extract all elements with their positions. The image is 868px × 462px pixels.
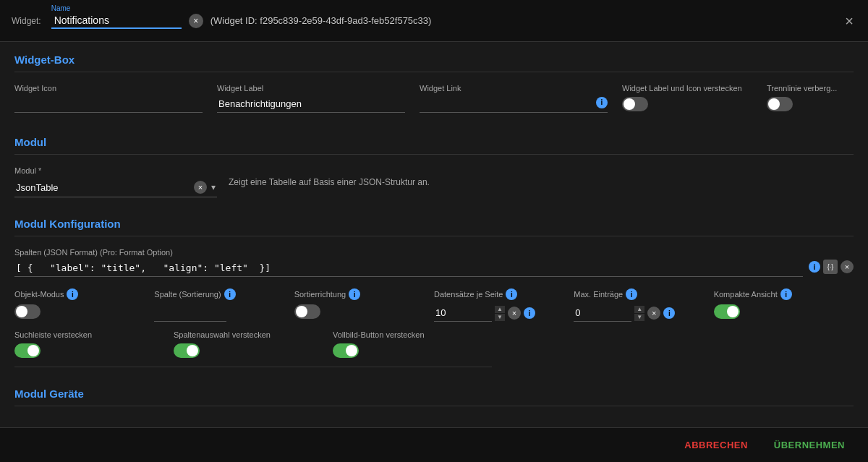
trennlinie-toggle-wrapper bbox=[767, 97, 854, 111]
sortierrichtung-toggle[interactable] bbox=[294, 304, 320, 319]
datensaetze-clear-icon[interactable]: × bbox=[508, 307, 521, 320]
modul-select-inner[interactable]: JsonTable × ▾ bbox=[14, 178, 217, 197]
max-eintraege-value: ▲ ▼ × i bbox=[574, 304, 707, 322]
widget-id-text: (Widget ID: f295c839-2e59-43df-9ad3-feb5… bbox=[210, 15, 835, 26]
objekt-modus-label: Objekt-Modus bbox=[14, 290, 64, 299]
max-eintraege-spinner: ▲ ▼ bbox=[634, 306, 644, 321]
widget-link-field: Widget Link i bbox=[420, 84, 608, 113]
widget-box-section-title: Widget-Box bbox=[14, 42, 854, 72]
datensaetze-input[interactable] bbox=[434, 304, 492, 322]
widget-label-label: Widget Label bbox=[217, 84, 405, 93]
vollbild-toggle[interactable] bbox=[333, 343, 359, 358]
kompakte-ansicht-toggle[interactable] bbox=[714, 304, 740, 319]
suchleiste-label: Suchleiste verstecken bbox=[14, 330, 168, 339]
modul-geraete-section-title: Modul Geräte bbox=[14, 376, 854, 406]
name-hint-label: Name bbox=[51, 4, 71, 12]
objekt-modus-info-icon[interactable]: i bbox=[67, 288, 78, 300]
widget-label-input[interactable] bbox=[217, 95, 405, 113]
widget-name-group: Name bbox=[51, 13, 182, 29]
spalte-sortierung-option: Spalte (Sortierung) i bbox=[154, 288, 294, 322]
widget-label-icon-label: Widget Label und Icon verstecken bbox=[622, 84, 752, 93]
max-eintraege-spin-down[interactable]: ▼ bbox=[634, 314, 644, 321]
sortierrichtung-option: Sortierrichtung i bbox=[294, 288, 434, 322]
modul-row: Modul * JsonTable × ▾ Zeigt eine Tabelle… bbox=[14, 166, 854, 197]
spalten-label: Spalten (JSON Format) (Pro: Format Optio… bbox=[14, 248, 854, 257]
widget-icon-field: Widget Icon bbox=[14, 84, 203, 113]
max-eintraege-label: Max. Einträge bbox=[574, 290, 623, 299]
trennlinie-label: Trennlinie verberg... bbox=[767, 84, 854, 93]
widget-name-clear-button[interactable]: × bbox=[189, 14, 203, 28]
cancel-button[interactable]: ABBRECHEN bbox=[676, 434, 757, 456]
widget-icon-label: Widget Icon bbox=[14, 84, 203, 93]
sortierrichtung-value bbox=[294, 304, 428, 319]
max-eintraege-clear-icon[interactable]: × bbox=[647, 307, 660, 320]
main-content: Widget-Box Widget Icon Widget Label Widg… bbox=[0, 42, 868, 427]
modul-description: Zeigt eine Tabelle auf Basis einer JSON-… bbox=[229, 177, 854, 187]
spalten-config-section: Spalten (JSON Format) (Pro: Format Optio… bbox=[14, 248, 854, 277]
objekt-modus-label-row: Objekt-Modus i bbox=[14, 288, 148, 300]
spalten-textarea[interactable]: [ { "label": "title", "align": "left" }] bbox=[14, 260, 803, 277]
toggle-options-row: Suchleiste verstecken Spaltenauswahl ver… bbox=[14, 330, 854, 367]
trennlinie-toggle-container: Trennlinie verberg... bbox=[767, 84, 854, 111]
modul-select-value: JsonTable bbox=[16, 182, 190, 193]
datensaetze-option: Datensätze je Seite i ▲ ▼ × i bbox=[434, 288, 574, 322]
max-eintraege-info2-icon[interactable]: i bbox=[663, 307, 675, 319]
modul-konfiguration-section-title: Modul Konfiguration bbox=[14, 206, 854, 236]
max-eintraege-spin-up[interactable]: ▲ bbox=[634, 306, 644, 313]
suchleiste-toggle[interactable] bbox=[14, 343, 41, 358]
max-eintraege-input[interactable] bbox=[574, 304, 631, 322]
objekt-modus-value bbox=[14, 304, 148, 319]
datensaetze-spin-up[interactable]: ▲ bbox=[495, 306, 505, 313]
datensaetze-spin-down[interactable]: ▼ bbox=[495, 314, 505, 321]
spalte-sortierung-input[interactable] bbox=[154, 304, 226, 322]
sortierrichtung-label: Sortierrichtung bbox=[294, 290, 346, 299]
spalten-textarea-row: [ { "label": "title", "align": "left" }]… bbox=[14, 260, 854, 277]
spalte-sortierung-info-icon[interactable]: i bbox=[224, 288, 236, 300]
kompakte-ansicht-info-icon[interactable]: i bbox=[780, 288, 792, 300]
modul-section-title: Modul bbox=[14, 124, 854, 155]
close-button[interactable]: × bbox=[842, 11, 856, 31]
max-eintraege-info-icon[interactable]: i bbox=[626, 288, 637, 300]
spalte-sortierung-label: Spalte (Sortierung) bbox=[154, 290, 221, 299]
datensaetze-label-row: Datensätze je Seite i bbox=[434, 288, 568, 300]
spalten-info-icon[interactable]: i bbox=[809, 261, 820, 273]
spaltenauswahl-toggle[interactable] bbox=[174, 343, 200, 358]
trennlinie-toggle[interactable] bbox=[767, 97, 793, 111]
modul-field-label: Modul * bbox=[14, 166, 217, 175]
spaltenauswahl-option: Spaltenauswahl verstecken bbox=[174, 330, 333, 367]
datensaetze-info2-icon[interactable]: i bbox=[524, 307, 535, 319]
widget-label-field: Widget Label bbox=[217, 84, 405, 113]
widget-name-input[interactable] bbox=[51, 13, 182, 29]
widget-label-icon-toggle-container: Widget Label und Icon verstecken bbox=[622, 84, 752, 111]
modul-select: JsonTable × ▾ bbox=[14, 178, 217, 197]
sortierrichtung-label-row: Sortierrichtung i bbox=[294, 288, 428, 300]
objekt-modus-toggle[interactable] bbox=[14, 304, 41, 319]
spalten-clear-icon[interactable]: × bbox=[841, 260, 854, 273]
modul-dropdown-arrow-icon[interactable]: ▾ bbox=[211, 182, 216, 192]
widget-label-icon-toggle[interactable] bbox=[622, 97, 648, 111]
max-eintraege-label-row: Max. Einträge i bbox=[574, 288, 707, 300]
datensaetze-info-icon[interactable]: i bbox=[506, 288, 517, 300]
widget-box-form-row: Widget Icon Widget Label Widget Link i W… bbox=[14, 84, 854, 113]
spaltenauswahl-label: Spaltenauswahl verstecken bbox=[174, 330, 327, 339]
objekt-modus-option: Objekt-Modus i bbox=[14, 288, 154, 322]
kompakte-ansicht-label: Kompakte Ansicht bbox=[714, 290, 778, 299]
widget-link-input[interactable] bbox=[420, 95, 592, 109]
vollbild-label: Vollbild-Button verstecken bbox=[333, 330, 486, 339]
config-options-row: Objekt-Modus i Spalte (Sortierung) i bbox=[14, 288, 854, 322]
suchleiste-option: Suchleiste verstecken bbox=[14, 330, 174, 367]
widget-icon-input[interactable] bbox=[14, 95, 203, 113]
widget-label-icon-toggle-wrapper bbox=[622, 97, 752, 111]
spalte-sortierung-value bbox=[154, 304, 288, 322]
accept-button[interactable]: ÜBERNEHMEN bbox=[765, 434, 854, 456]
widget-link-info-icon[interactable]: i bbox=[596, 97, 608, 108]
sortierrichtung-info-icon[interactable]: i bbox=[349, 288, 360, 300]
kompakte-ansicht-option: Kompakte Ansicht i bbox=[714, 288, 854, 322]
max-eintraege-option: Max. Einträge i ▲ ▼ × i bbox=[574, 288, 713, 322]
spalte-sortierung-label-row: Spalte (Sortierung) i bbox=[154, 288, 288, 300]
dialog-footer: ABBRECHEN ÜBERNEHMEN bbox=[0, 427, 868, 462]
datensaetze-spinner: ▲ ▼ bbox=[495, 306, 505, 321]
spalten-json-icon[interactable]: {·} bbox=[823, 260, 838, 274]
spalten-textarea-icons: i {·} × bbox=[809, 260, 854, 274]
modul-clear-button[interactable]: × bbox=[194, 181, 207, 194]
